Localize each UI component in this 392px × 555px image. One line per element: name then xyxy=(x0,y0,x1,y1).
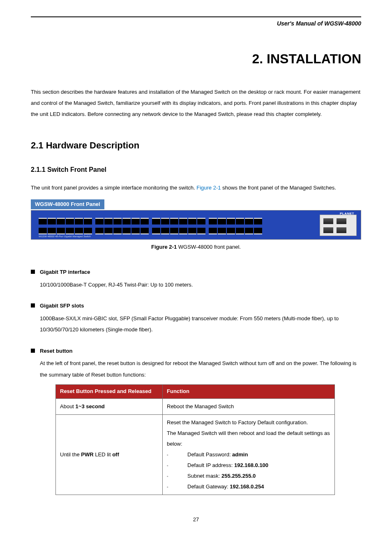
reset-defaults-list: ◦Default Password: admin◦Default IP addr… xyxy=(167,449,330,492)
ethernet-port xyxy=(188,218,196,224)
ethernet-port xyxy=(131,218,140,224)
manual-title: User's Manual of WGSW-48000 xyxy=(277,20,361,27)
ethernet-port xyxy=(84,218,92,224)
default-setting-label: Default Password: xyxy=(187,451,232,458)
ethernet-port xyxy=(197,218,205,224)
ethernet-port xyxy=(161,228,169,234)
ethernet-port xyxy=(84,228,92,234)
default-setting-text: Default Gateway: 192.168.0.254 xyxy=(187,481,264,492)
ethernet-port xyxy=(141,228,149,234)
ethernet-port xyxy=(66,218,74,224)
ethernet-port xyxy=(95,228,104,234)
para-post: shows the front panel of the Managed Swi… xyxy=(221,185,336,191)
ethernet-port xyxy=(95,218,104,224)
cell-function-reset: Reset the Managed Switch to Factory Defa… xyxy=(163,414,335,495)
switch-model-label: WGSW-48000 48-Port Gigabit Managed Switc… xyxy=(39,235,91,239)
default-setting-text: Default IP address: 192.168.0.100 xyxy=(187,460,268,471)
bullet-reset-title: Reset button xyxy=(40,347,72,356)
default-setting-value: admin xyxy=(232,451,248,458)
ethernet-port xyxy=(75,218,83,224)
default-setting-item: ◦Default Gateway: 192.168.0.254 xyxy=(167,481,330,492)
bullet-sfp-title: Gigabit SFP slots xyxy=(40,302,84,310)
page-number: 27 xyxy=(31,516,361,524)
cell-duration-short: About 1~3 second xyxy=(56,398,163,414)
default-setting-item: ◦Default Password: admin xyxy=(167,449,330,460)
panel-label-bar: WGSW-48000 Front Panel xyxy=(31,199,104,210)
ethernet-port xyxy=(131,228,140,234)
figure-ref-link[interactable]: Figure 2-1 xyxy=(196,185,221,191)
default-setting-text: Subnet mask: 255.255.255.0 xyxy=(187,471,256,481)
ethernet-port xyxy=(236,218,244,224)
para-pre: The unit front panel provides a simple i… xyxy=(31,185,196,191)
default-setting-text: Default Password: admin xyxy=(187,449,248,460)
sfp-slot xyxy=(337,227,346,233)
ethernet-port xyxy=(104,228,113,234)
front-panel-para: The unit front panel provides a simple i… xyxy=(31,182,361,193)
bullet-tp-title: Gigabit TP interface xyxy=(40,268,90,277)
ethernet-port xyxy=(152,218,160,224)
table-row: Until the PWR LED lit off Reset the Mana… xyxy=(56,414,335,495)
ethernet-port xyxy=(197,228,205,234)
bullet-sfp: Gigabit SFP slots xyxy=(31,302,361,310)
square-bullet-icon xyxy=(31,349,35,353)
default-setting-label: Default IP address: xyxy=(187,462,234,468)
bullet-tp: Gigabit TP interface xyxy=(31,268,361,277)
sfp-slot xyxy=(323,218,333,224)
ethernet-port xyxy=(57,228,65,234)
th-pressed: Reset Button Pressed and Released xyxy=(56,385,163,399)
table-header-row: Reset Button Pressed and Released Functi… xyxy=(56,385,335,399)
bullet-sfp-body: 1000Base-SX/LX mini-GBIC slot, SFP (Smal… xyxy=(40,313,361,335)
default-setting-label: Subnet mask: xyxy=(187,473,221,479)
ethernet-port xyxy=(57,218,65,224)
ethernet-port xyxy=(66,228,74,234)
ethernet-port xyxy=(209,228,217,234)
default-setting-value: 192.168.0.254 xyxy=(230,483,264,490)
chapter-intro: This section describes the hardware feat… xyxy=(31,86,361,120)
circle-bullet-icon: ◦ xyxy=(167,472,187,481)
default-setting-value: 255.255.255.0 xyxy=(221,473,256,479)
bullet-reset: Reset button xyxy=(31,347,361,356)
ethernet-port xyxy=(188,228,196,234)
ethernet-port xyxy=(170,228,178,234)
circle-bullet-icon: ◦ xyxy=(167,483,187,491)
cell-pre: About xyxy=(60,403,76,409)
cell-function-reboot: Reboot the Managed Switch xyxy=(163,398,335,414)
ethernet-port xyxy=(218,228,226,234)
ethernet-port xyxy=(141,218,149,224)
bullet-tp-body: 10/100/1000Base-T Copper, RJ-45 Twist-Pa… xyxy=(40,279,361,290)
ethernet-port xyxy=(179,218,187,224)
reset-button-table: Reset Button Pressed and Released Functi… xyxy=(55,384,335,495)
cell-bold-pwr: PWR xyxy=(81,451,93,458)
cell-bold-off: off xyxy=(112,451,119,458)
subsection-2-1-1-title: 2.1.1 Switch Front Panel xyxy=(31,164,361,175)
ethernet-port xyxy=(122,228,131,234)
default-setting-item: ◦Subnet mask: 255.255.255.0 xyxy=(167,471,330,481)
chapter-title: 2. INSTALLATION xyxy=(31,49,361,69)
sfp-slot xyxy=(337,218,346,224)
ethernet-port xyxy=(39,218,47,224)
ports-row-top xyxy=(39,218,265,224)
default-setting-item: ◦Default IP address: 192.168.0.100 xyxy=(167,460,330,471)
ethernet-port xyxy=(113,228,122,234)
reset-line2: The Managed Switch will then reboot and … xyxy=(167,428,330,449)
ethernet-port xyxy=(39,228,47,234)
circle-bullet-icon: ◦ xyxy=(167,451,187,459)
ethernet-port xyxy=(179,228,187,234)
cell-mid: LED lit xyxy=(94,451,113,458)
ports-row-bottom xyxy=(39,228,265,234)
th-function: Function xyxy=(163,385,335,399)
ethernet-port xyxy=(227,218,235,224)
cell-duration-long: Until the PWR LED lit off xyxy=(56,414,163,495)
section-2-1-title: 2.1 Hardware Description xyxy=(31,138,361,153)
ethernet-port xyxy=(48,228,56,234)
ethernet-port xyxy=(218,218,226,224)
figure-caption: Figure 2-1 WGSW-48000 front panel. xyxy=(31,243,361,252)
caption-rest: WGSW-48000 front panel. xyxy=(177,244,241,250)
cell-bold: 1~3 second xyxy=(76,403,105,409)
ethernet-port xyxy=(122,218,131,224)
ethernet-port xyxy=(75,228,83,234)
bullet-reset-body: At the left of front panel, the reset bu… xyxy=(40,358,361,380)
square-bullet-icon xyxy=(31,270,35,274)
default-setting-label: Default Gateway: xyxy=(187,483,230,490)
circle-bullet-icon: ◦ xyxy=(167,462,187,470)
